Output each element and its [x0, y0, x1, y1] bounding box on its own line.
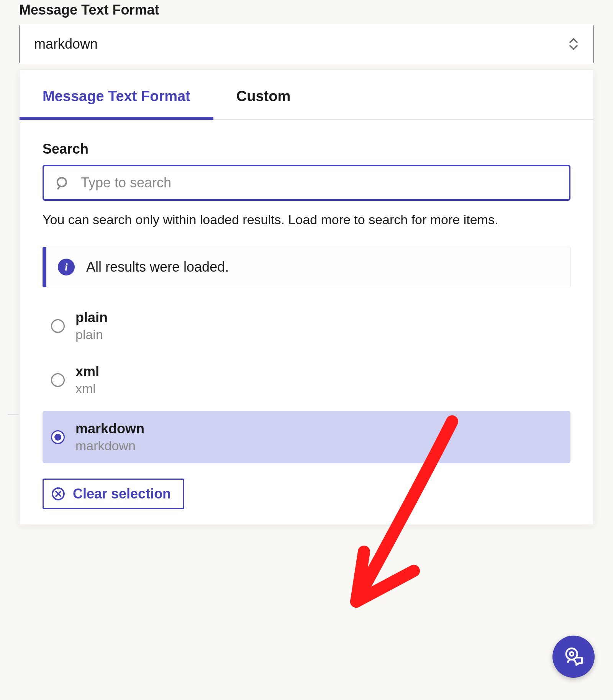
- option-title: markdown: [75, 421, 144, 437]
- background-edge: [8, 414, 19, 433]
- svg-line-1: [58, 186, 60, 189]
- close-circle-icon: [51, 487, 65, 501]
- results-notice: i All results were loaded.: [43, 247, 570, 287]
- dropdown-panel: Message Text Format Custom Search You ca…: [19, 69, 594, 525]
- svg-point-6: [570, 652, 574, 656]
- radio-plain[interactable]: [51, 319, 65, 333]
- search-label: Search: [43, 141, 570, 157]
- tab-custom[interactable]: Custom: [213, 70, 313, 119]
- option-sub: markdown: [75, 438, 144, 453]
- clear-selection-button[interactable]: Clear selection: [43, 479, 184, 509]
- search-field-wrapper[interactable]: [43, 165, 570, 201]
- option-title: xml: [75, 364, 99, 380]
- option-xml[interactable]: xml xml: [43, 357, 570, 403]
- select-value: markdown: [34, 36, 98, 52]
- svg-point-0: [57, 178, 66, 187]
- format-select[interactable]: markdown: [19, 25, 594, 63]
- notice-text: All results were loaded.: [86, 259, 229, 275]
- search-input[interactable]: [81, 175, 558, 191]
- support-icon: [562, 646, 585, 668]
- search-icon: [55, 175, 70, 190]
- option-plain[interactable]: plain plain: [43, 303, 570, 349]
- option-markdown[interactable]: markdown markdown: [43, 411, 570, 463]
- radio-xml[interactable]: [51, 373, 65, 387]
- radio-markdown[interactable]: [51, 430, 65, 444]
- search-help-text: You can search only within loaded result…: [43, 210, 570, 230]
- option-sub: plain: [75, 327, 108, 342]
- tab-message-text-format[interactable]: Message Text Format: [20, 70, 213, 119]
- option-title: plain: [75, 310, 108, 326]
- chevron-sort-icon: [568, 38, 579, 51]
- info-icon: i: [58, 259, 75, 275]
- option-sub: xml: [75, 381, 99, 396]
- clear-selection-label: Clear selection: [73, 486, 171, 502]
- field-label: Message Text Format: [19, 2, 594, 18]
- dropdown-tabs: Message Text Format Custom: [20, 70, 593, 120]
- help-fab[interactable]: [552, 636, 595, 678]
